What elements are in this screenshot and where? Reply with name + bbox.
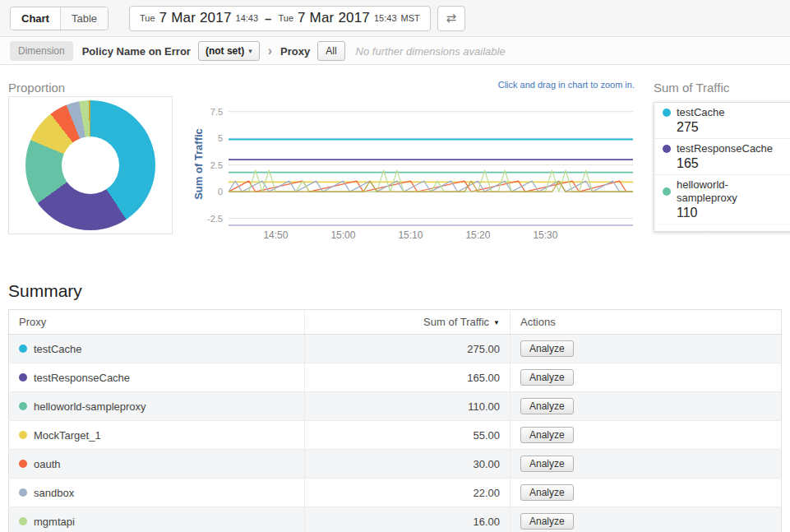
chart-tab[interactable]: Chart xyxy=(11,7,60,30)
toolbar: Chart Table Tue 7 Mar 2017 14:43 – Tue 7… xyxy=(0,0,790,37)
dimension-name: Policy Name on Error xyxy=(82,45,191,58)
traffic-value-cell: 16.00 xyxy=(305,507,510,532)
proxy-cell: helloworld-sampleproxy xyxy=(9,392,305,421)
summary-table-body: testCache275.00AnalyzetestResponseCache1… xyxy=(9,335,782,532)
dimensions-note: No further dimensions available xyxy=(356,45,506,58)
legend-item[interactable]: testResponseCache165 xyxy=(654,139,790,175)
actions-cell: Analyze xyxy=(510,421,782,450)
line-chart-svg[interactable]: 7.552.50-2.514:5015:0015:1015:2015:30 xyxy=(189,90,640,245)
traffic-value-cell: 22.00 xyxy=(305,479,510,507)
proportion-donut-chart[interactable] xyxy=(25,100,155,230)
end-date: 7 Mar 2017 xyxy=(298,10,370,26)
series-color-dot xyxy=(663,145,671,153)
series-color-dot xyxy=(663,187,671,196)
legend-items: testCache275testResponseCache165hellowor… xyxy=(654,102,790,232)
y-tick-label: 2.5 xyxy=(210,160,223,170)
proxy-label: Proxy xyxy=(280,45,310,58)
start-time: 14:43 xyxy=(236,13,259,23)
traffic-header-label: Sum of Traffic xyxy=(423,316,489,328)
proxy-cell: mgmtapi xyxy=(9,507,305,532)
proxy-cell: sandbox xyxy=(9,479,305,507)
series-color-dot xyxy=(663,230,671,232)
start-day: Tue xyxy=(140,13,155,23)
table-tab[interactable]: Table xyxy=(60,7,108,30)
table-header-row: Proxy Sum of Traffic▼ Actions xyxy=(9,310,782,335)
analyze-button[interactable]: Analyze xyxy=(520,369,574,386)
proxy-name: helloworld-sampleproxy xyxy=(34,400,146,413)
x-tick-label: 15:20 xyxy=(465,229,490,241)
x-tick-label: 15:00 xyxy=(330,229,355,241)
legend-item[interactable]: MockTarget_155 xyxy=(654,224,790,232)
traffic-column-header[interactable]: Sum of Traffic▼ xyxy=(305,310,510,335)
proxy-all-button[interactable]: All xyxy=(317,41,344,61)
y-axis-label: Sum of Traffic xyxy=(192,119,205,210)
analyze-button[interactable]: Analyze xyxy=(520,427,574,443)
proxy-name: MockTarget_1 xyxy=(34,429,101,442)
dimension-bar: Dimension Policy Name on Error (not set)… xyxy=(0,38,790,65)
legend-series-value: 110 xyxy=(677,205,784,220)
proxy-name: sandbox xyxy=(34,487,74,499)
x-tick-label: 15:10 xyxy=(398,229,423,241)
proxy-cell: MockTarget_1 xyxy=(9,421,305,450)
traffic-value-cell: 275.00 xyxy=(305,335,510,363)
analyze-button[interactable]: Analyze xyxy=(520,513,574,530)
refresh-button[interactable]: ⇄ xyxy=(437,6,465,31)
table-row: oauth30.00Analyze xyxy=(9,450,782,479)
table-row: MockTarget_155.00Analyze xyxy=(9,421,782,450)
donut-hole xyxy=(62,136,119,194)
date-range-picker[interactable]: Tue 7 Mar 2017 14:43 – Tue 7 Mar 2017 15… xyxy=(129,6,431,31)
actions-cell: Analyze xyxy=(510,479,782,507)
dimension-label-chip: Dimension xyxy=(10,41,73,61)
table-row: testResponseCache165.00Analyze xyxy=(9,363,782,392)
start-date: 7 Mar 2017 xyxy=(159,10,232,26)
proxy-cell: testCache xyxy=(9,335,305,363)
view-toggle: Chart Table xyxy=(10,7,109,30)
actions-column-header: Actions xyxy=(510,310,782,335)
proxy-name: testCache xyxy=(34,343,82,355)
proxy-name: testResponseCache xyxy=(34,372,130,384)
y-tick-label: -2.5 xyxy=(207,214,223,224)
traffic-value-cell: 165.00 xyxy=(305,363,510,392)
proxy-name: mgmtapi xyxy=(34,516,75,528)
zoom-hint: Click and drag in chart to zoom in. xyxy=(395,80,635,90)
analyze-button[interactable]: Analyze xyxy=(520,484,574,501)
analyze-button[interactable]: Analyze xyxy=(520,398,574,414)
refresh-icon: ⇄ xyxy=(446,11,456,25)
series-color-dot xyxy=(19,431,27,439)
series-color-dot xyxy=(19,345,27,353)
proxy-cell: testResponseCache xyxy=(9,363,305,392)
proxy-cell: oauth xyxy=(9,450,305,479)
y-tick-label: 0 xyxy=(218,187,223,197)
actions-cell: Analyze xyxy=(510,507,782,532)
series-color-dot xyxy=(663,109,671,117)
legend-panel: Sum of Traffic testCache275testResponseC… xyxy=(654,81,790,232)
chevron-right-icon: › xyxy=(268,44,272,58)
traffic-value-cell: 110.00 xyxy=(305,392,510,421)
analyze-button[interactable]: Analyze xyxy=(520,456,574,472)
summary-table: Proxy Sum of Traffic▼ Actions testCache2… xyxy=(8,309,782,532)
proportion-chart-panel xyxy=(8,96,173,234)
legend-series-name: MockTarget_1 xyxy=(677,228,744,232)
actions-cell: Analyze xyxy=(510,335,782,363)
traffic-value-cell: 55.00 xyxy=(305,421,510,450)
legend-series-name: testResponseCache xyxy=(677,142,773,155)
traffic-value-cell: 30.00 xyxy=(305,450,510,479)
proxy-name: oauth xyxy=(34,458,61,470)
x-tick-label: 14:50 xyxy=(263,229,288,241)
x-tick-label: 15:30 xyxy=(533,229,557,241)
legend-item[interactable]: helloworld-sampleproxy110 xyxy=(654,175,790,224)
legend-item[interactable]: testCache275 xyxy=(654,103,790,139)
analytics-dashboard: Chart Table Tue 7 Mar 2017 14:43 – Tue 7… xyxy=(0,0,790,532)
table-row: testCache275.00Analyze xyxy=(9,335,782,363)
proxy-column-header[interactable]: Proxy xyxy=(9,310,305,335)
dimension-value-dropdown[interactable]: (not set) ▾ xyxy=(198,41,260,61)
traffic-line-chart[interactable]: Sum of Traffic 7.552.50-2.514:5015:0015:… xyxy=(189,90,640,248)
series-color-dot xyxy=(19,373,27,382)
analyze-button[interactable]: Analyze xyxy=(520,340,574,357)
actions-cell: Analyze xyxy=(510,392,782,421)
sort-desc-icon: ▼ xyxy=(493,319,500,326)
table-row: helloworld-sampleproxy110.00Analyze xyxy=(9,392,782,421)
date-separator: – xyxy=(265,12,271,25)
actions-cell: Analyze xyxy=(510,363,782,392)
legend-series-value: 275 xyxy=(677,119,784,135)
